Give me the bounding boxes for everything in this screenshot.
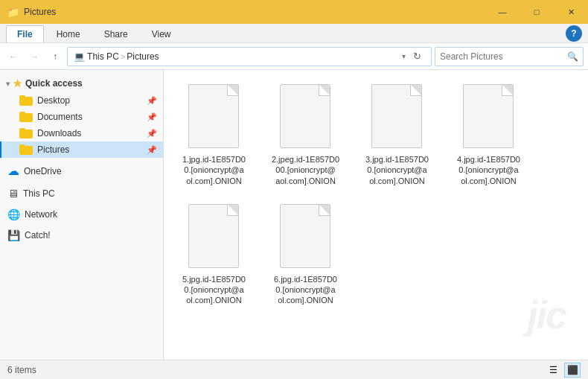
file-label-3: 3.jpg.id-1E857D00.[onioncrypt@aol.com].O…	[365, 154, 429, 186]
pictures-pin-icon: 📌	[147, 145, 157, 155]
desktop-pin-icon: 📌	[147, 96, 157, 106]
address-bar: ← → ↑ 💻 This PC > Pictures ▾ ↻ 🔍	[0, 43, 588, 70]
file-icon-5	[188, 204, 240, 270]
file-label-1: 1.jpg.id-1E857D00.[onioncrypt@aol.com].O…	[182, 154, 246, 186]
search-input[interactable]	[440, 51, 564, 62]
file-item-1[interactable]: 1.jpg.id-1E857D00.[onioncrypt@aol.com].O…	[171, 77, 257, 191]
onedrive-icon: ☁	[7, 164, 19, 178]
main-layout: ▾ ★ Quick access Desktop 📌 Documents 📌	[0, 70, 588, 360]
minimize-button[interactable]: —	[485, 0, 520, 24]
sidebar-section-quick-access: ▾ ★ Quick access Desktop 📌 Documents 📌	[0, 74, 163, 158]
thispc-icon: 🖥	[7, 187, 19, 200]
sidebar-item-documents[interactable]: Documents 📌	[0, 109, 163, 125]
file-icon-2	[280, 84, 332, 150]
item-count: 6 items	[7, 365, 36, 375]
doc-fold-5	[228, 205, 238, 215]
file-item-5[interactable]: 5.jpg.id-1E857D00.[onioncrypt@aol.com].O…	[171, 197, 257, 311]
file-area: jic 1.jpg.id-1E857D00.[onioncrypt@aol.co…	[164, 70, 588, 360]
ribbon-tabs: File Home Share View ?	[0, 24, 588, 43]
doc-fold-1	[228, 85, 238, 95]
sidebar-item-documents-label: Documents	[37, 112, 83, 122]
file-label-5: 5.jpg.id-1E857D00.[onioncrypt@aol.com].O…	[182, 274, 246, 306]
path-segment-2: Pictures	[127, 51, 159, 62]
sidebar-section-onedrive: ☁ OneDrive	[0, 161, 163, 181]
title-bar-left: 📁 Pictures	[6, 5, 56, 19]
documents-folder-icon	[19, 112, 33, 122]
sidebar-section-thispc: 🖥 This PC	[0, 184, 163, 203]
file-label-4: 4.jpg.id-1E857D00.[onioncrypt@aol.com].O…	[457, 154, 520, 186]
file-label-2: 2.jpeg.id-1E857D000.[onioncrypt@aol.com]…	[272, 154, 339, 186]
sidebar-item-onedrive-label: OneDrive	[24, 166, 62, 176]
quick-access-chevron: ▾	[6, 80, 10, 88]
sidebar-item-pictures-label: Pictures	[37, 144, 69, 155]
sidebar-item-onedrive[interactable]: ☁ OneDrive	[0, 161, 163, 181]
pictures-folder-icon	[19, 144, 33, 155]
back-button[interactable]: ←	[4, 48, 22, 66]
file-icon-1	[188, 84, 240, 150]
sidebar-item-downloads[interactable]: Downloads 📌	[0, 125, 163, 141]
file-icon-6	[280, 204, 332, 270]
doc-page-2	[280, 84, 330, 148]
sidebar-item-desktop[interactable]: Desktop 📌	[0, 92, 163, 109]
desktop-folder-icon	[19, 95, 33, 106]
tab-file[interactable]: File	[6, 25, 44, 42]
address-path: 💻 This PC > Pictures	[74, 51, 397, 62]
up-button[interactable]: ↑	[46, 48, 64, 66]
doc-page-4	[463, 84, 514, 148]
file-item-4[interactable]: 4.jpg.id-1E857D00.[onioncrypt@aol.com].O…	[446, 77, 531, 191]
refresh-button[interactable]: ↻	[409, 48, 425, 65]
title-bar: 📁 Pictures — □ ✕	[0, 0, 588, 24]
sidebar-item-thispc-label: This PC	[23, 188, 55, 199]
sidebar-quick-access-header[interactable]: ▾ ★ Quick access	[0, 74, 163, 92]
tab-home[interactable]: Home	[45, 25, 92, 42]
doc-page-5	[188, 204, 239, 268]
quick-access-star-icon: ★	[13, 77, 22, 89]
list-view-button[interactable]: ☰	[545, 363, 561, 378]
downloads-pin-icon: 📌	[147, 129, 157, 138]
forward-button[interactable]: →	[25, 48, 43, 66]
search-box[interactable]: 🔍	[435, 47, 584, 66]
window-icon: 📁	[6, 5, 19, 19]
close-button[interactable]: ✕	[554, 0, 588, 24]
downloads-folder-icon	[19, 128, 33, 138]
sidebar-section-catch: 💾 Catch!	[0, 226, 163, 244]
tab-view[interactable]: View	[141, 25, 182, 42]
title-bar-controls: — □ ✕	[485, 0, 588, 24]
file-item-6[interactable]: 6.jpg.id-1E857D00.[onioncrypt@aol.com].O…	[263, 197, 348, 311]
file-label-6: 6.jpg.id-1E857D00.[onioncrypt@aol.com].O…	[274, 274, 337, 306]
doc-page-1	[188, 84, 239, 148]
address-dropdown-icon[interactable]: ▾	[402, 52, 406, 60]
window-title: Pictures	[24, 7, 56, 17]
network-icon: 🌐	[7, 208, 20, 220]
search-icon: 🔍	[567, 51, 578, 62]
files-grid: 1.jpg.id-1E857D00.[onioncrypt@aol.com].O…	[171, 77, 581, 311]
path-segment-1: 💻 This PC	[74, 51, 119, 62]
sidebar-item-catch-label: Catch!	[25, 230, 51, 241]
doc-fold-6	[319, 205, 330, 215]
file-item-2[interactable]: 2.jpeg.id-1E857D000.[onioncrypt@aol.com]…	[263, 77, 348, 191]
view-toggle: ☰ ⬛	[545, 363, 581, 378]
sidebar-item-downloads-label: Downloads	[37, 128, 81, 138]
file-icon-3	[371, 84, 424, 150]
address-box[interactable]: 💻 This PC > Pictures ▾ ↻	[67, 47, 432, 66]
doc-fold-2	[319, 85, 330, 95]
sidebar: ▾ ★ Quick access Desktop 📌 Documents 📌	[0, 70, 164, 360]
maximize-button[interactable]: □	[520, 0, 554, 24]
doc-page-6	[280, 204, 330, 268]
help-button[interactable]: ?	[566, 25, 582, 42]
path-sep-1: >	[121, 52, 125, 61]
quick-access-label: Quick access	[25, 78, 83, 89]
doc-fold-3	[411, 85, 421, 95]
sidebar-item-network[interactable]: 🌐 Network	[0, 206, 163, 223]
sidebar-item-network-label: Network	[25, 209, 57, 220]
file-icon-4	[463, 84, 515, 150]
sidebar-item-desktop-label: Desktop	[37, 95, 70, 106]
tiles-view-button[interactable]: ⬛	[564, 363, 581, 378]
tab-share[interactable]: Share	[93, 25, 139, 42]
sidebar-item-thispc[interactable]: 🖥 This PC	[0, 184, 163, 203]
file-item-3[interactable]: 3.jpg.id-1E857D00.[onioncrypt@aol.com].O…	[354, 77, 440, 191]
sidebar-item-catch[interactable]: 💾 Catch!	[0, 226, 163, 244]
sidebar-item-pictures[interactable]: Pictures 📌	[0, 141, 163, 158]
documents-pin-icon: 📌	[147, 112, 157, 122]
doc-fold-4	[502, 85, 513, 95]
